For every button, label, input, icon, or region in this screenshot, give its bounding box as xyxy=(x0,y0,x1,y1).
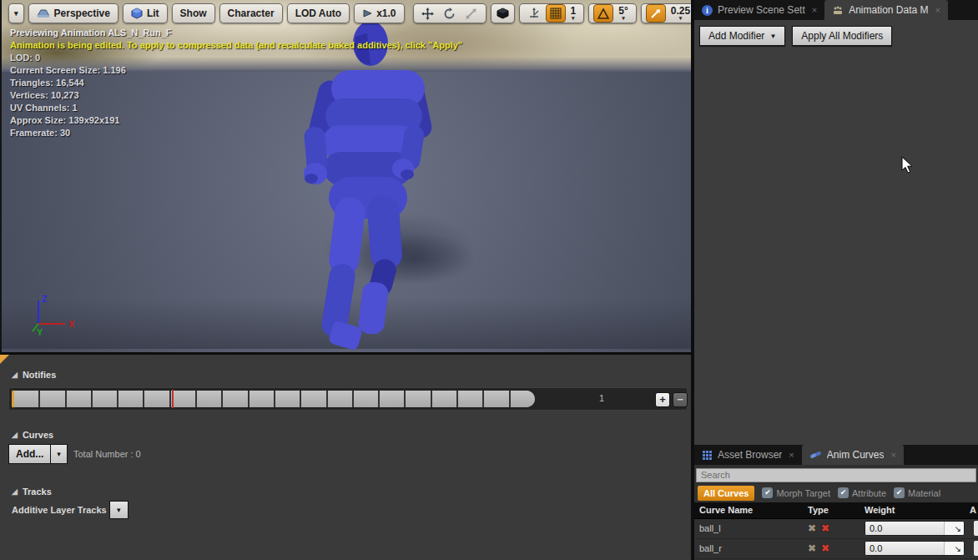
grid-icon xyxy=(550,8,562,19)
notify-segment[interactable] xyxy=(301,391,327,407)
notify-segment[interactable] xyxy=(197,391,223,407)
panel-corner-marker xyxy=(0,355,9,364)
playback-speed-button[interactable]: x1.0 xyxy=(354,3,404,23)
top-dock-tabbar: i Preview Scene Sett × Animation Data M … xyxy=(694,0,978,20)
notify-segment[interactable] xyxy=(275,391,301,407)
asset-browser-icon xyxy=(702,450,713,461)
curves-section-header[interactable]: ◢ Curves xyxy=(12,430,53,440)
spin-drag-icon[interactable]: ↘ xyxy=(944,522,964,535)
spin-drag-icon[interactable]: ↘ xyxy=(944,542,964,555)
curve-row-ball-r[interactable]: ball_r ✖ ✖ 0.0 ↘ xyxy=(694,539,978,559)
notify-segment[interactable] xyxy=(328,391,354,407)
perspective-button[interactable]: Perspective xyxy=(28,3,118,23)
tab-asset-browser[interactable]: Asset Browser × xyxy=(694,445,802,465)
surface-snap-button[interactable] xyxy=(524,4,544,23)
notify-segment[interactable] xyxy=(406,391,431,407)
all-curves-filter-button[interactable]: All Curves xyxy=(698,486,754,501)
col-curve-name[interactable]: Curve Name xyxy=(699,505,808,515)
add-notify-track-button[interactable]: + xyxy=(655,392,670,407)
anim-curves-panel: Asset Browser × Anim Curves × All Curves… xyxy=(694,445,978,560)
material-filter-checkbox[interactable]: ✔ Material xyxy=(894,487,940,498)
rotate-tool-button[interactable] xyxy=(440,4,460,23)
col-type[interactable]: Type xyxy=(808,505,865,515)
animation-data-modifiers-panel: i Preview Scene Sett × Animation Data M … xyxy=(694,0,978,443)
notify-segment[interactable] xyxy=(93,391,118,407)
perspective-icon xyxy=(37,8,50,18)
additive-tracks-dropdown-button[interactable]: ▾ xyxy=(109,501,129,519)
viewport-options-button[interactable]: ▾ xyxy=(8,3,24,23)
tracks-section-header[interactable]: ◢ Tracks xyxy=(12,487,52,497)
notify-segment[interactable] xyxy=(14,391,40,407)
notify-segment[interactable] xyxy=(511,391,535,407)
rotation-snap-value-button[interactable]: 5° ▾ xyxy=(615,7,631,21)
character-menu-button[interactable]: Character xyxy=(219,3,283,23)
expander-icon: ◢ xyxy=(12,431,18,439)
notifies-section-header[interactable]: ◢ Notifies xyxy=(12,370,56,380)
add-curve-dropdown-button[interactable]: ▾ xyxy=(51,444,68,464)
preview-viewport[interactable]: Previewing Animation ALS_N_Run_F Animati… xyxy=(0,0,693,355)
scale-snap-value-button[interactable]: 0.25 ▾ xyxy=(668,7,693,21)
notify-segment[interactable] xyxy=(118,391,144,407)
notify-segment[interactable] xyxy=(380,391,406,407)
close-icon[interactable]: × xyxy=(812,5,817,15)
notify-segment[interactable] xyxy=(223,391,249,407)
notify-segment[interactable] xyxy=(40,391,66,407)
close-icon[interactable]: × xyxy=(935,5,940,15)
notify-segment[interactable] xyxy=(432,391,458,407)
curve-weight-spinbox[interactable]: 0.0 ↘ xyxy=(865,521,965,536)
lit-mode-button[interactable]: Lit xyxy=(123,3,168,23)
show-menu-button[interactable]: Show xyxy=(172,3,215,23)
tab-preview-scene-settings[interactable]: i Preview Scene Sett × xyxy=(694,0,824,20)
grid-snap-value-button[interactable]: 1 ▾ xyxy=(567,7,580,21)
add-curve-button[interactable]: Add... xyxy=(8,444,51,464)
lod-auto-button[interactable]: LOD Auto xyxy=(287,3,350,23)
expander-icon: ◢ xyxy=(12,487,18,496)
close-icon[interactable]: × xyxy=(789,450,794,460)
scale-snap-toggle[interactable] xyxy=(646,4,666,23)
notify-segment[interactable] xyxy=(250,391,275,407)
notify-track-strip[interactable] xyxy=(12,390,536,408)
tab-anim-curves[interactable]: Anim Curves × xyxy=(802,445,904,465)
checkbox-checked-icon: ✔ xyxy=(762,487,773,498)
rotation-snap-toggle[interactable] xyxy=(593,4,613,23)
playhead-marker[interactable] xyxy=(172,390,174,408)
notify-segment[interactable] xyxy=(144,391,170,407)
material-flag-icon: ✖ xyxy=(821,522,829,534)
auto-checkbox[interactable] xyxy=(974,521,978,536)
curve-name: ball_r xyxy=(699,543,808,553)
auto-checkbox[interactable] xyxy=(974,541,978,556)
notify-segment[interactable] xyxy=(484,391,510,407)
world-cube-icon xyxy=(497,8,509,19)
modifier-icon xyxy=(832,5,844,15)
checkbox-checked-icon: ✔ xyxy=(838,487,849,498)
col-auto[interactable]: A xyxy=(970,505,978,515)
translate-tool-button[interactable] xyxy=(418,4,438,23)
coordinate-space-button[interactable] xyxy=(491,3,515,23)
curve-search-input[interactable] xyxy=(696,468,976,482)
remove-notify-track-button[interactable]: − xyxy=(673,392,688,407)
close-icon[interactable]: × xyxy=(890,450,895,460)
tab-animation-data-modifiers[interactable]: Animation Data M × xyxy=(824,0,948,20)
curve-row-ball-l[interactable]: ball_l ✖ ✖ 0.0 ↘ xyxy=(694,519,978,539)
chevron-down-icon: ▼ xyxy=(769,33,776,40)
notify-segment[interactable] xyxy=(171,391,197,407)
col-weight[interactable]: Weight xyxy=(865,505,970,515)
add-modifier-button[interactable]: Add Modifier ▼ xyxy=(699,26,785,46)
notify-segment[interactable] xyxy=(458,391,484,407)
anim-details-panel: ◢ Notifies 1 + − ◢ Curves Add... ▾ Total… xyxy=(0,355,693,560)
apply-all-modifiers-button[interactable]: Apply All Modifiers xyxy=(792,26,892,46)
scale-tool-button[interactable] xyxy=(461,4,481,23)
axis-gizmo: Z X Y xyxy=(25,292,80,337)
notify-segment[interactable] xyxy=(354,391,380,407)
snap-settings-group: 1 ▾ xyxy=(519,3,585,23)
surface-snap-icon xyxy=(527,8,541,19)
curve-table-header[interactable]: Curve Name Type Weight A xyxy=(694,502,978,519)
attribute-filter-checkbox[interactable]: ✔ Attribute xyxy=(838,487,886,498)
gizmo-x-label: X xyxy=(68,319,75,329)
grid-snap-toggle[interactable] xyxy=(546,4,566,23)
previewing-animation-label: Previewing Animation ALS_N_Run_F xyxy=(10,27,462,39)
curve-weight-spinbox[interactable]: 0.0 ↘ xyxy=(865,541,965,556)
chevron-down-icon: ▾ xyxy=(679,16,683,21)
morph-target-filter-checkbox[interactable]: ✔ Morph Target xyxy=(762,487,830,498)
notify-segment[interactable] xyxy=(67,391,93,407)
